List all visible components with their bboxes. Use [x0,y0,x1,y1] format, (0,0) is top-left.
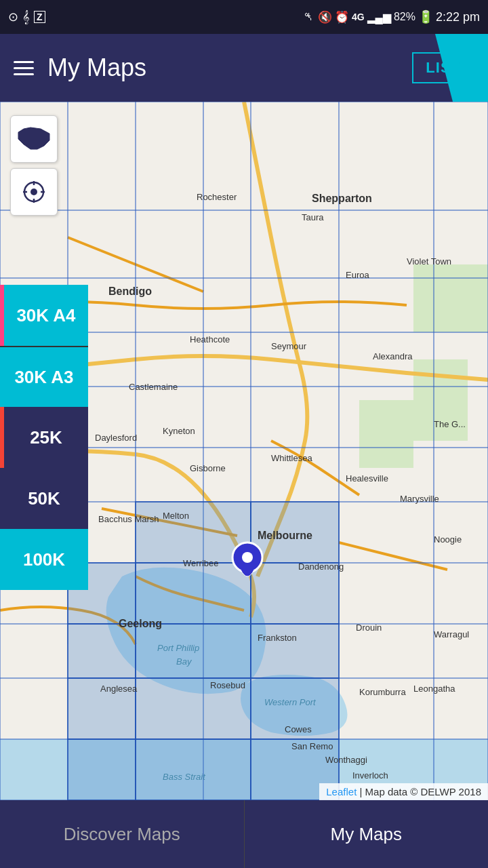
hamburger-line [14,73,34,75]
mute-icon: 🔇 [318,10,332,24]
svg-text:The G...: The G... [434,419,466,429]
svg-text:Drouin: Drouin [356,623,382,633]
scale-50k-button[interactable]: 50K [0,468,88,529]
svg-text:Marysville: Marysville [400,494,439,504]
bottom-navigation: Discover Maps My Maps [0,800,488,868]
scale-30k-a3-button[interactable]: 30K A3 [0,346,88,407]
list-view-button[interactable]: LIST [412,52,474,83]
scale-buttons: 30K A4 30K A3 25K 50K 100K [0,285,88,590]
battery-percent: 82% [394,11,415,23]
svg-point-84 [30,189,37,195]
status-bar: ⊙ 𝄞 Z ⯲ 🔇 ⏰ 4G ▂▄▆ 82% 🔋 2:22 pm [0,0,488,34]
app-header: My Maps LIST [0,34,488,102]
svg-text:Heathcote: Heathcote [190,334,230,344]
discover-maps-tab[interactable]: Discover Maps [0,800,245,868]
svg-text:Dandenong: Dandenong [298,561,344,572]
svg-text:Alexandra: Alexandra [373,351,413,361]
svg-rect-30 [251,624,339,678]
svg-text:Taura: Taura [302,212,324,222]
svg-text:Leongatha: Leongatha [413,684,455,694]
svg-text:Geelong: Geelong [119,618,162,629]
svg-text:Melton: Melton [163,511,189,521]
svg-rect-29 [251,563,339,624]
svg-text:Kyneton: Kyneton [163,426,195,436]
svg-rect-36 [136,739,251,800]
svg-text:Anglesea: Anglesea [100,684,138,694]
battery-icon: 🔋 [418,9,433,24]
list-button-wrapper: LIST [412,52,474,83]
bluetooth-icon: ⯲ [304,10,315,24]
svg-text:Wonthaggi: Wonthaggi [325,755,367,765]
header-left: My Maps [14,54,146,82]
svg-text:Korumburra: Korumburra [359,687,406,697]
time-display: 2:22 pm [436,10,480,24]
svg-text:Port Phillip: Port Phillip [157,643,199,653]
svg-text:Healesville: Healesville [346,473,388,484]
svg-text:San Remo: San Remo [291,741,333,751]
svg-text:Rosebud: Rosebud [210,680,245,690]
svg-text:Melbourne: Melbourne [258,530,312,541]
svg-text:Bendigo: Bendigo [108,285,152,297]
svg-text:Whittlesea: Whittlesea [271,453,312,463]
svg-text:Warragul: Warragul [434,629,469,639]
svg-text:Euroa: Euroa [346,270,369,280]
my-maps-tab[interactable]: My Maps [245,800,489,868]
svg-rect-1 [359,400,413,468]
svg-rect-25 [136,563,251,624]
hamburger-menu-button[interactable] [14,61,34,75]
hamburger-line [14,61,34,63]
svg-text:Western Port: Western Port [264,697,317,707]
svg-text:Bass Strait: Bass Strait [163,772,206,782]
svg-text:Bay: Bay [176,656,192,667]
network-4g: 4G [352,12,365,22]
discover-maps-label: Discover Maps [64,824,180,845]
scale-30k-a4-button[interactable]: 30K A4 [0,285,88,346]
svg-text:Seymour: Seymour [271,341,307,351]
svg-text:Castlemaine: Castlemaine [129,382,178,392]
map-data-text: | Map data © DELWP 2018 [360,786,482,797]
z-icon: Z [34,11,45,23]
svg-text:Cowes: Cowes [285,724,312,734]
svg-text:Daylesford: Daylesford [95,433,137,443]
scale-100k-button[interactable]: 100K [0,529,88,590]
hamburger-line [14,67,34,69]
svg-text:Violet Town: Violet Town [407,256,451,267]
scale-25k-button[interactable]: 25K [0,407,88,468]
map-overlay-buttons [10,115,58,216]
svg-text:Gisborne: Gisborne [190,463,226,473]
map-container[interactable]: Shepparton Rochester Taura Bendigo Euroa… [0,102,488,800]
svg-point-82 [242,552,253,563]
svg-rect-35 [68,739,136,800]
page-title: My Maps [47,54,146,82]
svg-rect-33 [68,624,136,678]
clock-icon: ⏰ [335,10,349,24]
signal-bars: ▂▄▆ [367,11,391,24]
svg-text:Noogie: Noogie [434,534,462,545]
svg-text:Werribee: Werribee [183,558,219,568]
svg-text:Rochester: Rochester [197,192,237,202]
svg-text:Shepparton: Shepparton [312,193,372,204]
sound-icon: 𝄞 [22,10,30,24]
status-right-icons: ⯲ 🔇 ⏰ 4G ▂▄▆ 82% 🔋 2:22 pm [304,9,480,24]
victoria-outline-button[interactable] [10,115,58,163]
location-center-button[interactable] [10,168,58,216]
alarm-icon: ⊙ [8,9,18,24]
map-attribution: Leaflet | Map data © DELWP 2018 [319,783,488,800]
svg-rect-3 [413,264,488,332]
svg-text:Inverloch: Inverloch [352,770,388,781]
status-left-icons: ⊙ 𝄞 Z [8,9,45,24]
leaflet-link[interactable]: Leaflet [326,786,357,797]
svg-text:Frankston: Frankston [258,633,297,643]
svg-text:Bacchus Marsh: Bacchus Marsh [98,514,159,524]
my-maps-label: My Maps [331,824,402,845]
